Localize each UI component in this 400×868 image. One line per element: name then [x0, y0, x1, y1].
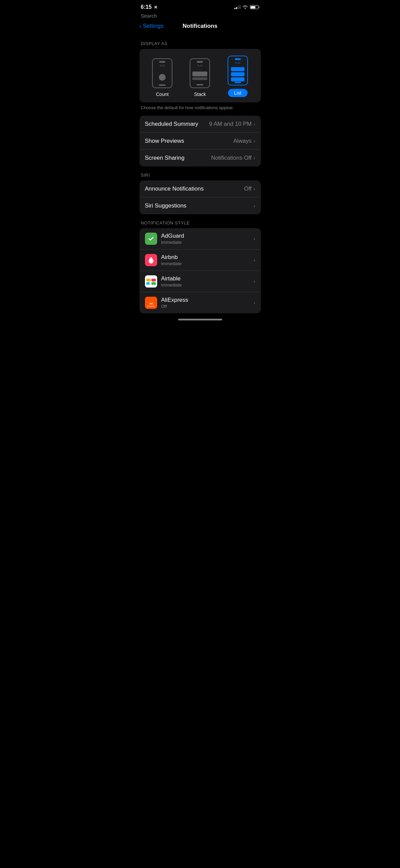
svg-rect-4 [151, 282, 156, 285]
aliexpress-sub: Off [161, 304, 254, 309]
chevron-icon-4: › [254, 186, 255, 192]
chevron-icon-6: › [254, 236, 255, 241]
scheduled-summary-value: 9 AM and 10 PM [209, 121, 252, 127]
aliexpress-info: AliExpress Off [161, 297, 254, 309]
display-as-card: 9:41 Count 9:41 Stack [140, 49, 261, 102]
phone-time: 9:41 [160, 64, 165, 67]
status-tools-icon: ✕ [154, 5, 157, 10]
phone-home-list [234, 82, 241, 83]
stack-label: Stack [194, 92, 206, 97]
siri-suggestions-item[interactable]: Siri Suggestions › [140, 197, 261, 214]
search-back-label: Search [141, 13, 157, 19]
display-as-section-label: DISPLAY AS [134, 35, 266, 49]
chevron-icon-2: › [254, 138, 255, 144]
adguard-icon [145, 233, 157, 245]
screen-sharing-value: Notifications Off [211, 155, 252, 161]
aliexpress-icon: Ali Express [145, 297, 157, 309]
notification-style-section-label: NOTIFICATION STYLE [134, 214, 266, 228]
scheduled-summary-item[interactable]: Scheduled Summary 9 AM and 10 PM › [140, 116, 261, 133]
search-back: Search [134, 12, 266, 20]
count-label: Count [156, 92, 168, 97]
page-title: Notifications [183, 23, 217, 29]
adguard-sub: Immediate [161, 240, 254, 245]
phone-home [159, 84, 166, 86]
status-bar: 6:15 ✕ [134, 0, 266, 12]
phone-time-list: 9:41 [235, 61, 240, 64]
scheduled-summary-label: Scheduled Summary [145, 121, 209, 127]
airtable-icon [145, 275, 157, 288]
phone-list-bars [230, 67, 246, 81]
airbnb-icon [145, 254, 157, 266]
adguard-name: AdGuard [161, 233, 254, 239]
show-previews-value: Always [233, 138, 252, 144]
svg-rect-0 [145, 275, 157, 288]
phone-notch-stack [197, 61, 203, 63]
aliexpress-name: AliExpress [161, 297, 254, 303]
announce-notifications-value: Off [244, 185, 251, 192]
chevron-icon-3: › [254, 155, 255, 161]
status-time: 6:15 [141, 4, 152, 10]
count-phone-icon: 9:41 [152, 58, 172, 88]
home-indicator [178, 319, 222, 320]
screen-sharing-item[interactable]: Screen Sharing Notifications Off › [140, 150, 261, 166]
display-option-count[interactable]: 9:41 Count [145, 58, 180, 97]
airtable-name: Airtable [161, 275, 254, 282]
chevron-icon-7: › [254, 257, 255, 263]
list-phone-icon: 9:41 [228, 56, 248, 85]
chevron-icon: › [254, 121, 255, 127]
svg-rect-3 [151, 279, 156, 281]
display-option-list[interactable]: 9:41 List [220, 56, 255, 97]
status-indicators [234, 4, 259, 10]
app-aliexpress-item[interactable]: Ali Express AliExpress Off › [140, 292, 261, 313]
main-settings-card: Scheduled Summary 9 AM and 10 PM › Show … [140, 116, 261, 166]
svg-rect-2 [146, 282, 150, 285]
show-previews-label: Show Previews [145, 138, 233, 144]
phone-home-stack [196, 84, 203, 85]
battery-icon [250, 5, 259, 9]
back-chevron-icon: ‹ [140, 23, 142, 30]
airbnb-info: Airbnb Immediate [161, 254, 254, 266]
adguard-info: AdGuard Immediate [161, 233, 254, 245]
wifi-icon [243, 4, 248, 10]
siri-suggestions-label: Siri Suggestions [145, 202, 254, 209]
signal-icon [234, 5, 240, 9]
svg-rect-1 [146, 279, 151, 281]
airbnb-name: Airbnb [161, 254, 254, 261]
back-label: Settings [143, 23, 164, 29]
announce-notifications-item[interactable]: Announce Notifications Off › [140, 180, 261, 197]
announce-notifications-label: Announce Notifications [145, 185, 244, 192]
app-airbnb-item[interactable]: Airbnb Immediate › [140, 250, 261, 271]
siri-card: Announce Notifications Off › Siri Sugges… [140, 180, 261, 214]
screen-sharing-label: Screen Sharing [145, 155, 211, 161]
list-label[interactable]: List [228, 89, 248, 97]
airbnb-sub: Immediate [161, 261, 254, 266]
phone-notch [159, 61, 165, 63]
notification-style-card: AdGuard Immediate › Airbnb Immediate › [140, 228, 261, 313]
chevron-icon-5: › [254, 203, 255, 209]
phone-time-stack: 9:41 [197, 64, 203, 67]
stack-phone-icon: 9:41 [190, 58, 210, 88]
display-options: 9:41 Count 9:41 Stack [145, 56, 255, 97]
svg-text:Ali: Ali [149, 302, 152, 305]
app-adguard-item[interactable]: AdGuard Immediate › [140, 228, 261, 250]
airtable-info: Airtable Immediate [161, 275, 254, 288]
show-previews-item[interactable]: Show Previews Always › [140, 133, 261, 150]
nav-header: ‹ Settings Notifications [134, 20, 266, 35]
phone-notch-list [235, 58, 241, 60]
chevron-icon-8: › [254, 279, 255, 284]
display-as-helper: Choose the default for how notifications… [134, 102, 266, 110]
back-button[interactable]: ‹ Settings [140, 23, 164, 30]
chevron-icon-9: › [254, 300, 255, 305]
svg-text:Express: Express [147, 305, 155, 307]
airtable-sub: Immediate [161, 282, 254, 288]
count-dot [159, 74, 166, 81]
app-airtable-item[interactable]: Airtable Immediate › [140, 271, 261, 292]
display-option-stack[interactable]: 9:41 Stack [183, 58, 217, 97]
siri-section-label: SIRI [134, 166, 266, 180]
